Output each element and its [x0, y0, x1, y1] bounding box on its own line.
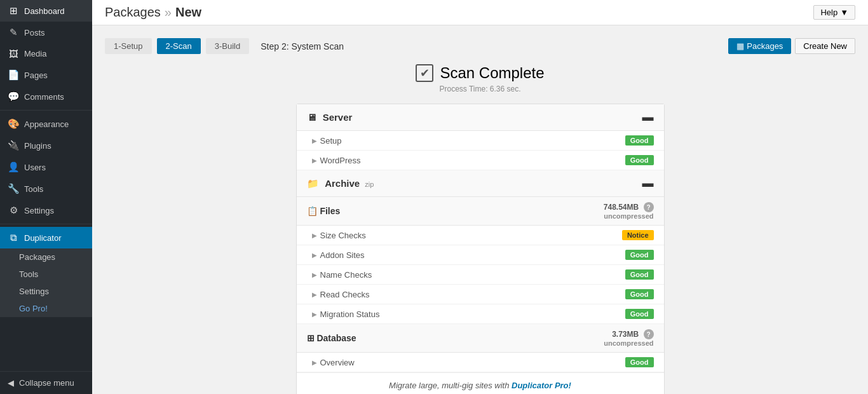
- sidebar-item-media[interactable]: 🖼 Media: [0, 43, 92, 64]
- scan-row-wordpress: ▶ WordPress Good: [297, 151, 664, 170]
- files-icon: 📋: [307, 206, 318, 216]
- steps-actions: ▦ Packages Create New: [728, 38, 855, 54]
- packages-icon: ▦: [736, 41, 744, 51]
- scan-row-overview: ▶ Overview Good: [297, 353, 664, 372]
- appearance-icon: 🎨: [8, 118, 19, 130]
- duplicator-icon: ⧉: [8, 232, 19, 243]
- chevron-down-icon: ▼: [840, 8, 848, 17]
- breadcrumb-current: New: [175, 5, 201, 20]
- content-area: 1-Setup 2-Scan 3-Build Step 2: System Sc…: [92, 25, 868, 394]
- sidebar-item-posts[interactable]: ✎ Posts: [0, 22, 92, 43]
- sidebar-item-tools[interactable]: 🔧 Tools: [0, 178, 92, 200]
- arrow-icon: ▶: [312, 271, 317, 278]
- files-size-info: 748.54MB ? uncompressed: [604, 202, 654, 220]
- sidebar-item-pages[interactable]: 📄 Pages: [0, 64, 92, 86]
- badge-migration-status: Good: [625, 309, 654, 319]
- sidebar-item-duplicator[interactable]: ⧉ Duplicator: [0, 227, 92, 248]
- scan-row-migration-status: ▶ Migration Status Good: [297, 304, 664, 324]
- topbar: Packages » New Help ▼: [92, 0, 868, 25]
- badge-name-checks: Good: [625, 269, 654, 280]
- sidebar-submenu: Packages Tools Settings Go Pro!: [0, 248, 92, 317]
- divider-2: [0, 224, 92, 224]
- files-subheader: 📋 Files 748.54MB ? uncompressed: [297, 197, 664, 226]
- scan-row-read-checks: ▶ Read Checks Good: [297, 285, 664, 304]
- scan-row-name-checks: ▶ Name Checks Good: [297, 265, 664, 285]
- settings-icon: ⚙: [8, 205, 19, 216]
- badge-read-checks: Good: [625, 289, 654, 299]
- arrow-icon: ▶: [312, 157, 317, 164]
- duplicator-pro-link[interactable]: Duplicator Pro!: [512, 381, 571, 390]
- hdd-icon: ▬: [642, 111, 654, 124]
- scan-complete-header: ✔ Scan Complete Process Time: 6.36 sec.: [105, 64, 855, 93]
- sidebar: ⊞ Dashboard ✎ Posts 🖼 Media 📄 Pages 💬 Co…: [0, 0, 92, 394]
- tools-icon: 🔧: [8, 183, 19, 194]
- arrow-icon: ▶: [312, 311, 317, 318]
- database-icon: ⊞: [307, 333, 315, 343]
- archive-section-header: 📁 Archive zip ▬: [297, 170, 664, 197]
- plugins-icon: 🔌: [8, 140, 19, 151]
- topbar-right: Help ▼: [813, 5, 855, 20]
- page-title: Packages » New: [105, 5, 201, 20]
- pages-icon: 📄: [8, 69, 19, 81]
- archive-hdd-icon: ▬: [642, 177, 654, 190]
- steps-bar: 1-Setup 2-Scan 3-Build Step 2: System Sc…: [105, 38, 855, 54]
- collapse-menu-button[interactable]: ◀ Collapse menu: [0, 371, 92, 394]
- sidebar-sub-settings[interactable]: Settings: [0, 283, 92, 300]
- scan-panel: 🖥 Server ▬ ▶ Setup Good ▶ WordPress Good: [296, 104, 665, 394]
- sidebar-sub-tools[interactable]: Tools: [0, 266, 92, 283]
- scan-row-addon-sites: ▶ Addon Sites Good: [297, 245, 664, 265]
- badge-setup: Good: [625, 135, 654, 146]
- database-subheader: ⊞ Database 3.73MB ? uncompressed: [297, 324, 664, 353]
- breadcrumb-sep: »: [165, 5, 172, 20]
- divider-1: [0, 110, 92, 111]
- arrow-icon: ▶: [312, 359, 317, 366]
- create-new-button[interactable]: Create New: [795, 38, 855, 54]
- arrow-icon: ▶: [312, 252, 317, 259]
- packages-button[interactable]: ▦ Packages: [728, 38, 791, 54]
- sidebar-item-appearance[interactable]: 🎨 Appearance: [0, 113, 92, 135]
- badge-addon-sites: Good: [625, 250, 654, 260]
- sidebar-item-comments[interactable]: 💬 Comments: [0, 86, 92, 107]
- checkmark-icon: ✔: [416, 64, 433, 82]
- server-icon: 🖥: [307, 112, 316, 123]
- database-help-icon[interactable]: ?: [644, 329, 654, 339]
- sidebar-item-plugins[interactable]: 🔌 Plugins: [0, 135, 92, 156]
- users-icon: 👤: [8, 161, 19, 173]
- server-section-header: 🖥 Server ▬: [297, 104, 664, 131]
- dashboard-icon: ⊞: [8, 5, 19, 17]
- collapse-icon: ◀: [8, 378, 14, 388]
- step-scan-button[interactable]: 2-Scan: [157, 38, 201, 54]
- scan-row-setup: ▶ Setup Good: [297, 131, 664, 151]
- sidebar-item-dashboard[interactable]: ⊞ Dashboard: [0, 0, 92, 22]
- breadcrumb-base: Packages: [105, 5, 161, 20]
- sidebar-sub-packages[interactable]: Packages: [0, 248, 92, 266]
- sidebar-sub-gopro[interactable]: Go Pro!: [0, 300, 92, 317]
- archive-icon: 📁: [307, 178, 319, 189]
- step-label: Step 2: System Scan: [261, 41, 344, 51]
- step-setup-button[interactable]: 1-Setup: [105, 38, 152, 54]
- sidebar-item-users[interactable]: 👤 Users: [0, 156, 92, 178]
- step-build-button[interactable]: 3-Build: [206, 38, 249, 54]
- scan-complete-title: ✔ Scan Complete: [105, 64, 855, 82]
- archive-type: zip: [365, 180, 374, 188]
- arrow-icon: ▶: [312, 232, 317, 239]
- scan-row-size-checks: ▶ Size Checks Notice: [297, 226, 664, 245]
- files-help-icon[interactable]: ?: [644, 202, 654, 212]
- posts-icon: ✎: [8, 27, 19, 38]
- badge-overview: Good: [625, 357, 654, 367]
- process-time: Process Time: 6.36 sec.: [105, 85, 855, 93]
- media-icon: 🖼: [8, 48, 19, 59]
- badge-wordpress: Good: [625, 155, 654, 165]
- migrate-footer: Migrate large, multi-gig sites with Dupl…: [297, 372, 664, 394]
- comments-icon: 💬: [8, 91, 19, 102]
- sidebar-item-settings[interactable]: ⚙ Settings: [0, 200, 92, 221]
- arrow-icon: ▶: [312, 137, 317, 144]
- help-button[interactable]: Help ▼: [813, 5, 855, 20]
- arrow-icon: ▶: [312, 291, 317, 298]
- main-content: Packages » New Help ▼ 1-Setup 2-Scan 3-B…: [92, 0, 868, 394]
- database-size-info: 3.73MB ? uncompressed: [604, 329, 653, 347]
- badge-size-checks: Notice: [622, 230, 654, 240]
